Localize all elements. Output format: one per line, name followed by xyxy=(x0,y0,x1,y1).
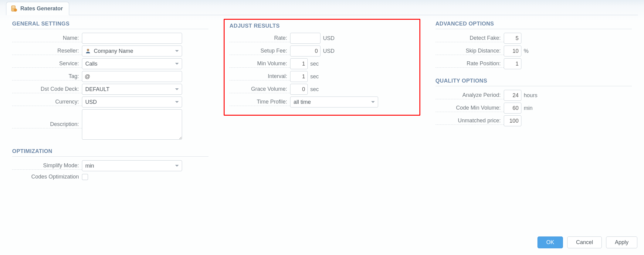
chevron-down-icon xyxy=(175,63,179,65)
section-title-general: GENERAL SETTINGS xyxy=(12,21,208,29)
simplify-mode-select[interactable]: min xyxy=(82,160,182,171)
label-currency: Currency: xyxy=(12,98,82,106)
skip-unit: % xyxy=(524,48,529,54)
code-min-unit: min xyxy=(524,105,533,111)
label-grace-volume: Grace Volume: xyxy=(229,85,290,93)
time-profile-select[interactable]: all time xyxy=(290,97,378,107)
col-adjust: ADJUST RESULTS Rate: USD Setup Fee: USD xyxy=(218,21,426,182)
tabbar: Rates Generator xyxy=(6,0,638,15)
label-simplify: Simplify Mode: xyxy=(12,162,82,170)
dst-code-deck-select[interactable]: DEFAULT xyxy=(82,84,182,95)
label-interval: Interval: xyxy=(229,73,290,80)
rates-generator-icon xyxy=(11,5,17,12)
label-name: Name: xyxy=(12,34,82,42)
label-tag: Tag: xyxy=(12,73,82,80)
chevron-down-icon xyxy=(175,88,179,90)
section-quality: QUALITY OPTIONS Analyze Period: hours Co… xyxy=(436,78,632,126)
ok-button[interactable]: OK xyxy=(537,236,563,248)
service-value: Calls xyxy=(85,61,97,67)
label-detect-fake: Detect Fake: xyxy=(436,34,504,42)
label-deck: Dst Code Deck: xyxy=(12,85,82,93)
label-setup-fee: Setup Fee: xyxy=(229,47,290,55)
label-min-volume: Min Volume: xyxy=(229,60,290,68)
section-advanced: ADVANCED OPTIONS Detect Fake: Skip Dista… xyxy=(436,21,632,69)
reseller-select[interactable]: Company Name xyxy=(82,46,182,56)
grace-volume-input[interactable] xyxy=(290,84,308,95)
reseller-value: Company Name xyxy=(94,48,133,54)
label-skip-distance: Skip Distance: xyxy=(436,47,504,55)
analyze-period-input[interactable] xyxy=(504,90,521,101)
section-title-optimization: OPTIMIZATION xyxy=(12,148,208,157)
description-textarea[interactable] xyxy=(82,109,182,140)
reseller-icon xyxy=(85,48,91,54)
tab-rates-generator[interactable]: Rates Generator xyxy=(6,2,69,15)
adjust-results-highlight: ADJUST RESULTS Rate: USD Setup Fee: USD xyxy=(224,19,420,116)
label-reseller: Reseller: xyxy=(12,47,82,55)
section-title-adjust: ADJUST RESULTS xyxy=(229,23,414,31)
label-codes-optimization: Codes Optimization xyxy=(12,173,82,181)
min-volume-unit: sec xyxy=(310,61,319,67)
chevron-down-icon xyxy=(175,165,179,167)
setup-fee-input[interactable] xyxy=(290,46,320,56)
skip-distance-input[interactable] xyxy=(504,46,521,56)
cancel-button[interactable]: Cancel xyxy=(567,236,602,248)
rate-position-input[interactable] xyxy=(504,58,521,69)
col-right: ADVANCED OPTIONS Detect Fake: Skip Dista… xyxy=(429,21,638,182)
analyze-unit: hours xyxy=(524,92,537,99)
detect-fake-input[interactable] xyxy=(504,33,521,44)
grace-unit: sec xyxy=(310,86,319,93)
tag-input[interactable] xyxy=(82,71,182,82)
setup-unit: USD xyxy=(323,48,334,54)
simplify-value: min xyxy=(85,163,94,169)
section-general: GENERAL SETTINGS Name: Reseller: xyxy=(12,21,208,140)
currency-select[interactable]: USD xyxy=(82,97,182,107)
codes-optimization-checkbox[interactable] xyxy=(82,174,88,180)
unmatched-price-input[interactable] xyxy=(504,115,521,126)
label-description: Description: xyxy=(12,121,82,128)
label-unmatched-price: Unmatched price: xyxy=(436,117,504,125)
service-select[interactable]: Calls xyxy=(82,58,182,69)
label-rate-position: Rate Position: xyxy=(436,60,504,68)
deck-value: DEFAULT xyxy=(85,86,110,93)
svg-rect-1 xyxy=(12,7,15,8)
code-min-volume-input[interactable] xyxy=(504,103,521,114)
chevron-down-icon xyxy=(175,101,179,103)
rate-unit: USD xyxy=(323,35,334,42)
chevron-down-icon xyxy=(371,101,375,103)
section-title-advanced: ADVANCED OPTIONS xyxy=(436,21,632,29)
section-title-quality: QUALITY OPTIONS xyxy=(436,78,632,86)
label-rate: Rate: xyxy=(229,34,290,42)
tab-title: Rates Generator xyxy=(20,5,63,12)
section-optimization: OPTIMIZATION Simplify Mode: min Codes Op… xyxy=(12,148,208,181)
label-service: Service: xyxy=(12,60,82,68)
button-bar: OK Cancel Apply xyxy=(537,236,637,248)
apply-button[interactable]: Apply xyxy=(606,236,637,248)
label-analyze-period: Analyze Period: xyxy=(436,91,504,99)
rate-input[interactable] xyxy=(290,33,320,44)
col-general: GENERAL SETTINGS Name: Reseller: xyxy=(6,21,215,182)
name-input[interactable] xyxy=(82,33,182,44)
label-code-min-volume: Code Min Volume: xyxy=(436,104,504,112)
section-adjust: ADJUST RESULTS Rate: USD Setup Fee: USD xyxy=(229,23,414,107)
min-volume-input[interactable] xyxy=(290,58,308,69)
chevron-down-icon xyxy=(175,50,179,52)
label-time-profile: Time Profile: xyxy=(229,98,290,106)
interval-input[interactable] xyxy=(290,71,308,82)
currency-value: USD xyxy=(85,99,97,105)
interval-unit: sec xyxy=(310,73,319,80)
time-profile-value: all time xyxy=(293,99,311,105)
